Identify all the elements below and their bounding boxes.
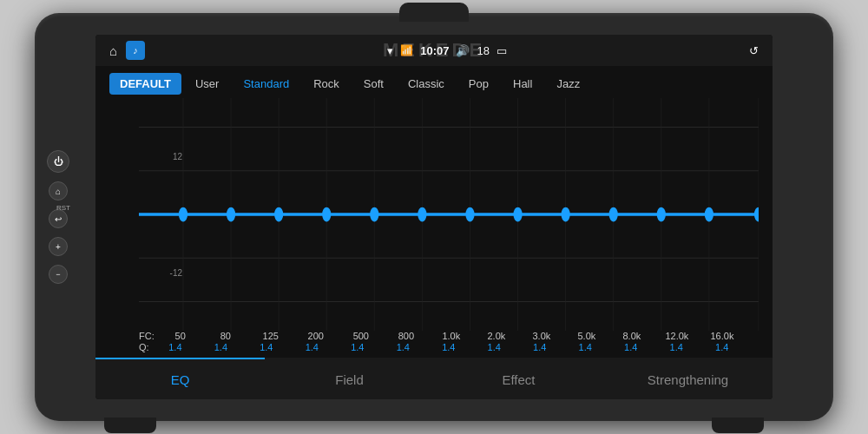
preset-tab-user[interactable]: User bbox=[185, 73, 229, 95]
eq-graph-svg bbox=[139, 98, 759, 331]
q-val-10: 1.4 bbox=[562, 342, 608, 352]
q-val-9: 1.4 bbox=[517, 342, 562, 352]
q-val-2: 1.4 bbox=[198, 342, 243, 352]
bottom-mount-right bbox=[712, 418, 764, 433]
eq-dot-8[interactable] bbox=[513, 207, 522, 222]
fc-val-5: 500 bbox=[339, 331, 384, 341]
screen: ⌂ ♪ ▾ 📶 10:07 🔊 18 ▭ ↺ DEFAULT U bbox=[95, 35, 773, 399]
preset-tab-soft[interactable]: Soft bbox=[353, 73, 394, 95]
eq-dot-12[interactable] bbox=[705, 207, 713, 222]
tab-field[interactable]: Field bbox=[265, 358, 434, 399]
fc-prefix: FC: bbox=[139, 331, 155, 341]
q-val-3: 1.4 bbox=[244, 342, 289, 352]
tab-strengthening[interactable]: Strengthening bbox=[603, 358, 773, 399]
fc-val-12: 12.0k bbox=[654, 331, 700, 341]
eq-dot-13[interactable] bbox=[754, 207, 759, 222]
fc-val-4: 200 bbox=[293, 331, 339, 341]
status-center: ▾ 📶 10:07 🔊 18 ▭ bbox=[387, 44, 507, 57]
q-val-5: 1.4 bbox=[335, 342, 380, 352]
preset-tab-pop[interactable]: Pop bbox=[458, 73, 499, 95]
fc-row: FC: 50 80 125 200 500 800 1.0k 2.0k 3.0k… bbox=[95, 331, 759, 341]
eq-dot-4[interactable] bbox=[322, 207, 331, 222]
q-val-8: 1.4 bbox=[471, 342, 516, 352]
preset-tabs: DEFAULT User Standard Rock Soft Classic … bbox=[95, 66, 773, 95]
vol-down-button[interactable]: − bbox=[49, 265, 68, 284]
fc-val-9: 3.0k bbox=[519, 331, 564, 341]
back-icon[interactable]: ↺ bbox=[749, 44, 759, 57]
q-prefix: Q: bbox=[139, 342, 149, 352]
preset-tab-classic[interactable]: Classic bbox=[398, 73, 455, 95]
vol-up-button[interactable]: + bbox=[49, 237, 68, 256]
eq-dot-6[interactable] bbox=[418, 207, 426, 222]
home-button[interactable]: ⌂ bbox=[49, 181, 68, 201]
preset-tab-jazz[interactable]: Jazz bbox=[546, 73, 590, 95]
fc-val-7: 1.0k bbox=[429, 331, 474, 341]
battery-icon: ▭ bbox=[496, 44, 507, 57]
eq-dot-2[interactable] bbox=[227, 207, 235, 222]
fc-val-11: 8.0k bbox=[609, 331, 654, 341]
preset-tab-standard[interactable]: Standard bbox=[233, 73, 299, 95]
fc-val-3: 125 bbox=[248, 331, 293, 341]
status-bar: ⌂ ♪ ▾ 📶 10:07 🔊 18 ▭ ↺ bbox=[95, 35, 773, 66]
q-val-12: 1.4 bbox=[654, 342, 699, 352]
eq-content: DEFAULT User Standard Rock Soft Classic … bbox=[95, 66, 773, 358]
eq-dot-7[interactable] bbox=[465, 207, 474, 222]
eq-dot-5[interactable] bbox=[370, 207, 378, 222]
back-button[interactable]: ↩ bbox=[49, 209, 68, 228]
fc-val-10: 5.0k bbox=[564, 331, 609, 341]
rst-label: RST bbox=[56, 204, 70, 212]
power-button[interactable]: ⏻ bbox=[47, 150, 69, 173]
status-right: ↺ bbox=[749, 44, 759, 57]
signal-icon: 📶 bbox=[400, 44, 413, 56]
q-row: Q: 1.4 1.4 1.4 1.4 1.4 1.4 1.4 1.4 1.4 1… bbox=[95, 341, 759, 358]
left-controls: RST ⏻ ⌂ ↩ + − bbox=[47, 150, 69, 284]
preset-tab-rock[interactable]: Rock bbox=[303, 73, 350, 95]
car-head-unit: MEKEDE RST ⏻ ⌂ ↩ + − ⌂ ♪ bbox=[35, 13, 833, 421]
preset-tab-default[interactable]: DEFAULT bbox=[109, 73, 181, 95]
q-val-11: 1.4 bbox=[608, 342, 653, 352]
volume-icon: 🔊 bbox=[456, 44, 470, 57]
preset-tab-hall[interactable]: Hall bbox=[503, 73, 542, 95]
q-val-13: 1.4 bbox=[699, 342, 744, 352]
fc-val-8: 2.0k bbox=[474, 331, 519, 341]
wifi-icon: ▾ bbox=[387, 44, 393, 57]
eq-dot-10[interactable] bbox=[609, 207, 618, 222]
q-val-7: 1.4 bbox=[426, 342, 471, 352]
fc-val-1: 50 bbox=[158, 331, 203, 341]
time-display: 10:07 bbox=[420, 44, 449, 57]
tab-eq[interactable]: EQ bbox=[95, 358, 265, 399]
bottom-mount-left bbox=[104, 418, 156, 433]
eq-dot-1[interactable] bbox=[179, 207, 187, 222]
q-val-6: 1.4 bbox=[380, 342, 425, 352]
eq-dot-11[interactable] bbox=[657, 207, 666, 222]
fc-val-13: 16.0k bbox=[700, 331, 745, 341]
q-val-4: 1.4 bbox=[289, 342, 334, 352]
status-left: ⌂ ♪ bbox=[109, 41, 145, 60]
eq-dot-9[interactable] bbox=[562, 207, 570, 222]
music-app-icon[interactable]: ♪ bbox=[126, 41, 145, 60]
q-val-1: 1.4 bbox=[153, 342, 198, 352]
fc-val-6: 800 bbox=[384, 331, 429, 341]
bottom-nav: EQ Field Effect Strengthening bbox=[95, 358, 773, 399]
fc-val-2: 80 bbox=[203, 331, 248, 341]
eq-dot-3[interactable] bbox=[274, 207, 283, 222]
q-values: 1.4 1.4 1.4 1.4 1.4 1.4 1.4 1.4 1.4 1.4 … bbox=[153, 342, 745, 352]
tab-effect[interactable]: Effect bbox=[434, 358, 603, 399]
fc-values: 50 80 125 200 500 800 1.0k 2.0k 3.0k 5.0… bbox=[158, 331, 745, 341]
volume-level: 18 bbox=[477, 44, 489, 57]
home-icon: ⌂ bbox=[109, 43, 117, 58]
